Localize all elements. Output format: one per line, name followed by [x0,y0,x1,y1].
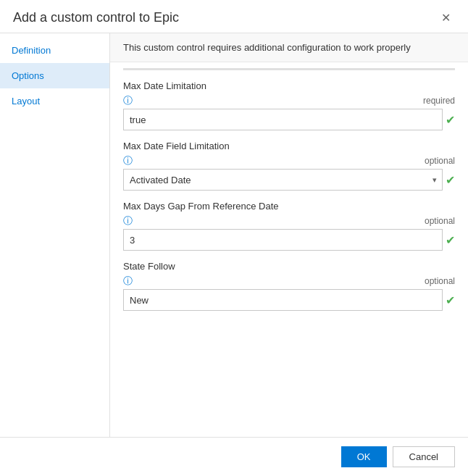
input-state-follow[interactable] [123,289,443,311]
optional-badge-max-days-gap: optional [425,216,455,226]
scrollable-area[interactable]: Max Date Limitation ⓘ required ✔ Max Dat… [110,62,468,437]
ok-button[interactable]: OK [341,446,387,467]
field-label-max-date-limitation: Max Date Limitation [123,80,455,91]
field-section-max-date-field-limitation: Max Date Field Limitation ⓘ optional Act… [123,141,455,191]
sidebar-item-options[interactable]: Options [0,63,109,88]
field-label-state-follow: State Follow [123,261,455,272]
required-badge-max-date-limitation: required [423,96,455,106]
input-max-days-gap[interactable] [123,229,443,251]
field-row-max-days-gap: ⓘ optional [123,214,455,227]
sidebar-item-layout[interactable]: Layout [0,88,109,114]
field-input-row-state-follow: ✔ [123,289,455,311]
cancel-button[interactable]: Cancel [393,446,455,467]
field-section-max-date-limitation: Max Date Limitation ⓘ required ✔ [123,80,455,130]
field-input-row-max-date-field-limitation: Activated Date Created Date Changed Date… [123,169,455,191]
info-icon-max-date-limitation[interactable]: ⓘ [123,94,133,107]
field-row-max-date-limitation: ⓘ required [123,94,455,107]
field-section-max-days-gap: Max Days Gap From Reference Date ⓘ optio… [123,201,455,251]
optional-badge-state-follow: optional [425,276,455,286]
check-icon-max-date-limitation: ✔ [446,113,455,127]
close-button[interactable]: ✕ [437,11,455,25]
field-section-state-follow: State Follow ⓘ optional ✔ [123,261,455,311]
sidebar: Definition Options Layout [0,33,110,437]
divider-bar [123,68,455,70]
check-icon-max-date-field-limitation: ✔ [446,173,455,187]
input-max-date-limitation[interactable] [123,109,443,130]
info-icon-max-date-field-limitation[interactable]: ⓘ [123,154,133,167]
dialog-title: Add a custom control to Epic [13,10,179,25]
dialog-header: Add a custom control to Epic ✕ [0,0,468,33]
sidebar-item-definition[interactable]: Definition [0,38,109,63]
field-input-row-max-date-limitation: ✔ [123,109,455,130]
check-icon-max-days-gap: ✔ [446,233,455,247]
info-icon-max-days-gap[interactable]: ⓘ [123,214,133,227]
field-row-state-follow: ⓘ optional [123,275,455,288]
field-row-max-date-field-limitation: ⓘ optional [123,154,455,167]
check-icon-state-follow: ✔ [446,293,455,307]
info-bar: This custom control requires additional … [110,33,468,62]
info-icon-state-follow[interactable]: ⓘ [123,275,133,288]
dialog-footer: OK Cancel [0,437,468,476]
dialog: Add a custom control to Epic ✕ Definitio… [0,0,468,476]
select-max-date-field-limitation[interactable]: Activated Date Created Date Changed Date [123,169,443,191]
select-wrap-max-date-field-limitation: Activated Date Created Date Changed Date… [123,169,443,191]
main-content: This custom control requires additional … [110,33,468,437]
optional-badge-max-date-field-limitation: optional [425,156,455,166]
field-label-max-date-field-limitation: Max Date Field Limitation [123,141,455,151]
field-label-max-days-gap: Max Days Gap From Reference Date [123,201,455,212]
field-input-row-max-days-gap: ✔ [123,229,455,251]
dialog-body: Definition Options Layout This custom co… [0,33,468,437]
